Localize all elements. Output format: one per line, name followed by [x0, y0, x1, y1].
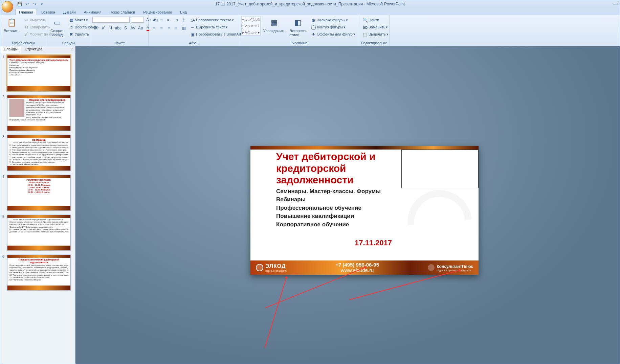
group-font-label: Шрифт [92, 41, 146, 45]
layout-icon: ▦ [69, 17, 74, 23]
slide-title[interactable]: Учет дебиторской и кредиторской задолжен… [276, 151, 470, 186]
indent-icon[interactable]: ⇥ [173, 17, 180, 23]
underline-icon[interactable]: Ч [107, 25, 114, 31]
arrange-button[interactable]: ▦Упорядочить [262, 17, 287, 33]
change-case-icon[interactable]: Aa [137, 25, 144, 31]
tab-view[interactable]: Вид [176, 9, 191, 15]
thumb-number: 5 [2, 215, 6, 251]
slide-canvas[interactable]: Учет дебиторской и кредиторской задолжен… [250, 146, 479, 275]
find-icon: 🔍 [362, 17, 368, 23]
numbering-icon[interactable]: ≡ [158, 17, 165, 23]
paste-label: Вставить [4, 29, 20, 33]
outline-icon: ◯ [311, 24, 316, 30]
italic-icon[interactable]: К [100, 25, 107, 31]
tab-review[interactable]: Рецензирование [139, 9, 176, 15]
tab-design[interactable]: Дизайн [60, 9, 80, 15]
new-slide-label: Создать слайд [50, 29, 65, 37]
minimize-icon[interactable]: — [613, 1, 618, 6]
shape-effects-button[interactable]: ✦Эффекты для фигур ▾ [309, 31, 357, 38]
align-center-icon[interactable]: ≡ [158, 25, 165, 31]
pane-tab-outline[interactable]: Структура [21, 46, 46, 53]
annotation-arrow [265, 277, 287, 348]
tab-animation[interactable]: Анимация [80, 9, 105, 15]
columns-icon[interactable]: ▥ [180, 25, 187, 31]
ribbon: 📋 Вставить ✂Вырезать ⧉Копировать 🖌Формат… [0, 15, 620, 46]
justify-icon[interactable]: ≡ [173, 25, 180, 31]
group-drawing-label: Рисование [241, 41, 357, 45]
shape-outline-button[interactable]: ◯Контур фигуры ▾ [309, 24, 357, 30]
bold-icon[interactable]: Ж [92, 25, 99, 31]
pane-tab-slides[interactable]: Слайды [0, 46, 21, 53]
footer-brand: ЭЛКОД [265, 263, 287, 269]
quick-styles-button[interactable]: ◧Экспресс-стили [288, 17, 308, 38]
slide-editor[interactable]: Учет дебиторской и кредиторской задолжен… [75, 46, 620, 364]
select-button[interactable]: ⬚Выделить ▾ [361, 31, 390, 38]
new-slide-button[interactable]: ▭ Создать слайд [49, 17, 66, 38]
footer-phone: +7 (495) 956-06-95 [335, 262, 379, 268]
char-spacing-icon[interactable]: AV [130, 25, 136, 31]
ribbon-tabs: Главная Вставка Дизайн Анимация Показ сл… [0, 8, 620, 15]
find-button[interactable]: 🔍Найти [361, 17, 390, 23]
replace-button[interactable]: abЗаменить ▾ [361, 24, 390, 30]
slide-thumbnail[interactable]: Программа1. Состав дебиторской и кредито… [7, 135, 71, 171]
slide-thumbnail[interactable]: Мацнева Ольга Владимировнадиректор центр… [7, 95, 71, 131]
slide-thumbnail[interactable]: Порядок заполнения Дебиторской задолженн… [7, 255, 71, 291]
align-text-button[interactable]: ⎼Выровнить текст ▾ [189, 24, 245, 30]
footer-brand-sub: верные решения [265, 269, 287, 272]
thumb-number: 4 [2, 175, 6, 211]
slide-thumbnail[interactable]: 1. Состав дебиторской и кредиторской зад… [7, 215, 71, 251]
new-slide-icon: ▭ [52, 17, 63, 28]
bullets-icon[interactable]: ≣ [151, 17, 157, 23]
group-editing-label: Редактирование [361, 41, 387, 45]
convert-smartart-button[interactable]: ▣Преобразовать в SmartArt ▾ [189, 31, 245, 38]
text-direction-icon: ↕A [190, 17, 195, 23]
consultant-logo-icon [428, 264, 435, 271]
thumb-number: 2 [2, 95, 6, 131]
group-clipboard-label: Буфер обмена [2, 41, 45, 45]
elcode-logo-icon [256, 264, 263, 271]
tab-slideshow[interactable]: Показ слайдов [106, 9, 139, 15]
font-family-combo[interactable] [92, 17, 130, 23]
titlebar: 💾 ↶ ↷ ▾ 17.11.2017_Учет_дебиторской_и_кр… [0, 0, 620, 8]
tab-insert[interactable]: Вставка [38, 9, 59, 15]
reset-icon: ↺ [69, 24, 74, 30]
effects-icon: ✦ [311, 31, 316, 37]
thumb-number: 6 [2, 255, 6, 291]
select-icon: ⬚ [362, 31, 368, 37]
thumb-number: 1 [2, 55, 6, 91]
outdent-icon[interactable]: ⇤ [165, 17, 172, 23]
paste-button[interactable]: 📋 Вставить [2, 17, 21, 33]
shapes-gallery[interactable]: ─↘▭◯△⬠ { }↗◇▱☆⤴ ➤⇆⬡⬭✧▾ [241, 17, 261, 36]
fill-icon: ◉ [311, 17, 316, 23]
strike-icon[interactable]: abc [115, 25, 121, 31]
paste-icon: 📋 [6, 17, 17, 28]
cut-icon: ✂ [24, 17, 29, 23]
tab-home[interactable]: Главная [15, 9, 37, 15]
close-pane-icon[interactable]: × [69, 46, 75, 53]
delete-icon: ✖ [69, 31, 74, 37]
align-left-icon[interactable]: ≡ [151, 25, 157, 31]
group-slides-label: Слайды [49, 41, 88, 45]
group-paragraph-label: Абзац [151, 41, 237, 45]
replace-icon: ab [362, 24, 368, 30]
align-right-icon[interactable]: ≡ [165, 25, 172, 31]
line-spacing-icon[interactable]: ‡ [180, 17, 187, 23]
quick-styles-icon: ◧ [293, 17, 304, 28]
text-direction-button[interactable]: ↕AНаправление текста ▾ [189, 17, 245, 23]
slide-thumbnail[interactable]: Учет дебиторской и кредиторской задолжен… [7, 55, 71, 91]
shape-fill-button[interactable]: ◉Заливка фигуры ▾ [309, 17, 357, 23]
copy-icon: ⧉ [24, 24, 29, 30]
window-title: 17.11.2017_Учет_дебиторской_и_кредиторск… [0, 2, 620, 6]
align-text-icon: ⎼ [190, 24, 195, 30]
slide-header-stripe [250, 146, 479, 150]
footer-right-brand: КонсультантПлюс [437, 264, 473, 269]
office-button[interactable] [2, 1, 13, 13]
brush-icon: 🖌 [24, 31, 29, 37]
slide-thumbnail[interactable]: Регламент вебинара:10.00 – 10.45. I част… [7, 175, 71, 211]
slides-panel: Слайды Структура × 1Учет дебиторской и к… [0, 46, 75, 364]
arrange-icon: ▦ [269, 17, 280, 28]
thumb-number: 3 [2, 135, 6, 171]
font-size-combo[interactable] [131, 17, 144, 23]
shadow-icon[interactable]: S [122, 25, 129, 31]
smartart-icon: ▣ [190, 31, 195, 37]
